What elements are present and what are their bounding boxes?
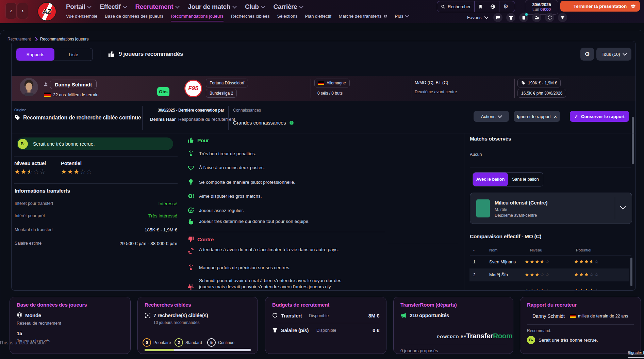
observed-count: 15 — [17, 330, 22, 336]
panel-settings-button[interactable]: ⚙ — [580, 48, 594, 61]
squad-harmony-icon — [187, 283, 194, 290]
germany-flag-icon — [44, 93, 51, 97]
chevron-down-icon — [123, 4, 127, 9]
external-link-icon — [384, 14, 387, 18]
settings-button[interactable]: ⚙ — [499, 1, 512, 12]
position-card[interactable]: Milieu offensif (Centre) M. rôle Deuxièm… — [470, 193, 632, 224]
tab-sans-le-ballon[interactable]: Sans le ballon — [508, 173, 543, 186]
squad-button[interactable] — [506, 13, 515, 22]
chevron-down-icon — [175, 4, 180, 9]
panel-scrollbar[interactable] — [632, 117, 634, 164]
searches-subline: 10 joueurs recommandés — [153, 320, 199, 325]
player-league[interactable]: Bundesliga 2 — [206, 89, 237, 98]
table-scrollbar[interactable] — [630, 258, 632, 286]
player-club[interactable]: Fortuna Düsseldorf — [206, 79, 248, 87]
nav-recrutement[interactable]: Recrutement — [135, 3, 179, 11]
column-header-nom[interactable]: Nom — [489, 248, 497, 252]
player-name[interactable]: Danny Schmidt — [50, 80, 97, 89]
subnav-base-de-donnees[interactable]: Base de données des joueurs — [105, 14, 163, 21]
tab-rapports[interactable]: Rapports — [16, 48, 54, 61]
history-forward-button[interactable]: › — [17, 3, 28, 19]
club-logo[interactable]: AZ — [37, 2, 56, 21]
transfer-row: Intérêt pour transfertIntéressé — [15, 201, 177, 206]
scout-name[interactable]: Dennis Haar — [150, 117, 176, 122]
subnav-vue-densemble[interactable]: Vue d'ensemble — [66, 14, 97, 21]
cons-title: Contre — [197, 236, 214, 243]
scouting-button[interactable] — [532, 13, 541, 22]
penalty-icon — [187, 150, 194, 157]
card-recruitment-budgets[interactable]: Budgets de recrutement Transfert Disponi… — [265, 297, 386, 354]
history-back-button[interactable]: ‹ — [5, 3, 17, 19]
top-bar: ‹ › AZ Portail Effectif Recrutement Jour… — [0, 0, 644, 23]
continue-cycle-button[interactable] — [545, 13, 554, 22]
recommend-label: Recommand. — [527, 328, 551, 333]
chevron-down-icon — [405, 13, 409, 18]
cons-item: Schmidt pourrait avoir du mal à bien s'e… — [199, 278, 342, 291]
thumbs-up-icon — [108, 50, 115, 58]
nav-portail[interactable]: Portail — [66, 3, 91, 11]
knowledge-clover-icon — [289, 120, 294, 125]
scouting-scope: Monde — [25, 312, 41, 318]
game-date[interactable]: 30/6/2025 Lun 09:00 — [525, 0, 558, 15]
pros-item: À l'aise à au moins deux postes. — [199, 165, 342, 171]
report-bug-link[interactable]: Signaler bu — [628, 350, 644, 355]
bookmark-button[interactable] — [475, 1, 486, 12]
current-ability-label: Niveau actuel — [14, 160, 46, 166]
table-row-player[interactable]: Matěj Šín — [489, 272, 508, 277]
subnav-marche-des-transferts[interactable]: Marché des transferts — [339, 14, 387, 21]
scout-report-player[interactable]: Danny Schmidt — [532, 313, 565, 319]
chevron-down-icon — [87, 4, 92, 9]
card-icon — [522, 15, 526, 20]
competitions-button[interactable] — [558, 13, 567, 22]
filter-dropdown[interactable]: Tous (10) — [596, 48, 631, 61]
end-presentation-button[interactable]: Terminer la présentation — [560, 1, 640, 12]
nav-club[interactable]: Club — [245, 3, 265, 11]
tab-liste[interactable]: Liste — [54, 48, 93, 61]
badge-standard: 2Standard — [175, 338, 202, 347]
player-role: Deuxième avant-centre — [415, 89, 457, 94]
opportunities-count: 210 opportunités — [410, 312, 449, 318]
favorites-dropdown[interactable]: Favoris — [467, 15, 488, 20]
card-transferroom[interactable]: TransferRoom (départs) 210 opportunités … — [393, 297, 513, 354]
club-crest[interactable]: F95 — [184, 80, 202, 97]
player-banner: Danny Schmidt 22 ans Milieu de terrain O… — [12, 76, 635, 101]
big-match-icon — [187, 193, 194, 199]
position-card-subtitle: M. rôle — [495, 207, 507, 212]
nav-carriere[interactable]: Carrière — [274, 3, 303, 11]
keep-report-button[interactable]: ✓Conserver le rapport — [570, 111, 629, 122]
search-input[interactable]: Rechercher — [437, 1, 474, 12]
current-ability-stars: ★★☆★☆☆ — [14, 168, 46, 176]
player-photo[interactable] — [20, 78, 38, 96]
player-value[interactable]: 190K € - 1,9M € — [517, 79, 561, 87]
ball-toggle: Avec le ballon Sans le ballon — [473, 172, 543, 186]
transfer-info-title: Informations transferts — [15, 188, 70, 194]
position-swatch — [476, 199, 490, 217]
quick-access-icons — [493, 13, 567, 22]
professionalism-icon — [187, 179, 194, 185]
column-header-potentiel[interactable]: Potentiel — [576, 248, 591, 252]
nav-jour-de-match[interactable]: Jour de match — [188, 3, 236, 11]
world-button[interactable] — [486, 1, 499, 12]
table-row-player[interactable]: Sven Mijnans — [489, 259, 516, 264]
subnav-plus[interactable]: Plus — [395, 14, 409, 21]
subnav-recherches-ciblees[interactable]: Recherches ciblées — [231, 14, 269, 21]
transferroom-logo: TransferRoom — [466, 332, 512, 340]
ignore-report-button[interactable]: Ignorer le rapport× — [514, 111, 560, 122]
nav-effectif[interactable]: Effectif — [100, 3, 126, 11]
column-header-niveau[interactable]: Niveau — [530, 248, 542, 252]
card-focused-searches[interactable]: Recherches ciblées 7 recherche(s) ciblée… — [137, 297, 258, 354]
card-scout-report[interactable]: Rapport du recruteur Danny Schmidt milie… — [520, 297, 641, 354]
subnav-selections[interactable]: Sélections — [277, 14, 297, 21]
player-nation[interactable]: Allemagne — [314, 79, 350, 87]
actions-dropdown[interactable]: Actions — [474, 111, 509, 122]
subnav-recommandations-joueurs[interactable]: Recommandations joueurs — [171, 14, 224, 21]
subnav-plan-deffectif[interactable]: Plan d'effectif — [305, 14, 331, 21]
messages-button[interactable] — [493, 13, 502, 22]
transfer-row: Montant du transfert185K € - 1,9M € — [15, 227, 177, 232]
knowledge-label: Connaissances — [233, 108, 261, 113]
player-card-button[interactable] — [519, 13, 528, 22]
chevron-down-icon — [620, 204, 626, 210]
tab-avec-le-ballon[interactable]: Avec le ballon — [473, 173, 508, 186]
report-bug-link-secondary[interactable] — [628, 357, 644, 358]
column-header-rank[interactable]: - — [473, 248, 475, 252]
